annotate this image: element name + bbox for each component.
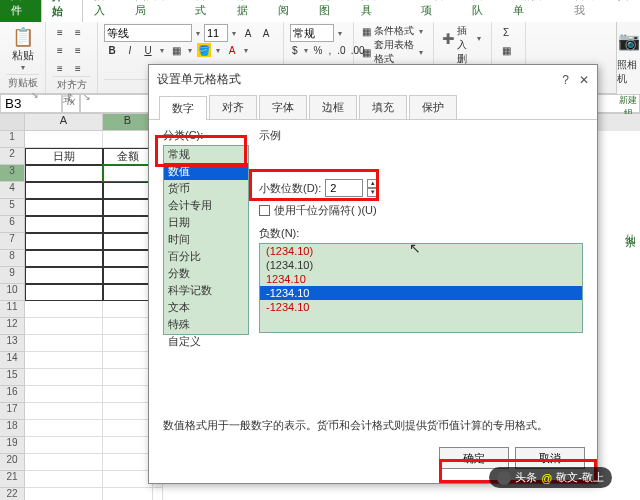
dialog-launcher-icon[interactable]: ↘: [31, 90, 39, 100]
neg-item[interactable]: -1234.10: [260, 286, 582, 300]
row-header[interactable]: 11: [0, 301, 24, 318]
valign-bot-icon[interactable]: ≡: [71, 61, 85, 75]
tab-home[interactable]: 开始: [41, 0, 82, 22]
dlg-tab-align[interactable]: 对齐: [209, 95, 257, 119]
row-header[interactable]: 1: [0, 131, 24, 148]
row-header[interactable]: 15: [0, 369, 24, 386]
cat-item-date[interactable]: 日期: [164, 214, 248, 231]
fill-color-icon[interactable]: 🪣: [197, 43, 211, 57]
cat-item-number[interactable]: 数值: [164, 163, 248, 180]
thousands-checkbox[interactable]: [259, 205, 270, 216]
cat-item-time[interactable]: 时间: [164, 231, 248, 248]
cat-item-accounting[interactable]: 会计专用: [164, 197, 248, 214]
number-format-input[interactable]: [290, 24, 334, 42]
fill-icon[interactable]: ▦: [499, 43, 513, 57]
row-header[interactable]: 3: [0, 165, 24, 182]
tab-tellme[interactable]: 告诉我: [563, 0, 607, 22]
chevron-down-icon[interactable]: ▾: [230, 29, 238, 38]
autosum-icon[interactable]: Σ: [499, 25, 513, 39]
tab-developer[interactable]: 开发工具: [350, 0, 411, 22]
chevron-down-icon[interactable]: ▾: [214, 46, 222, 55]
percent-icon[interactable]: %: [313, 43, 324, 57]
tab-addins[interactable]: 加载项: [410, 0, 461, 22]
row-header[interactable]: 12: [0, 318, 24, 335]
row-header[interactable]: 8: [0, 250, 24, 267]
row-header[interactable]: 13: [0, 335, 24, 352]
chevron-down-icon[interactable]: ▾: [194, 29, 202, 38]
align-center-icon[interactable]: ≡: [71, 25, 85, 39]
insert-cells-button[interactable]: ➕插入▾: [440, 24, 485, 52]
row-header[interactable]: 6: [0, 216, 24, 233]
close-icon[interactable]: ✕: [579, 73, 589, 87]
tab-data[interactable]: 数据: [226, 0, 267, 22]
category-list[interactable]: 常规 数值 货币 会计专用 日期 时间 百分比 分数 科学记数 文本 特殊 自定…: [163, 145, 249, 335]
font-size-input[interactable]: [204, 24, 228, 42]
select-all[interactable]: [0, 114, 24, 131]
row-header[interactable]: 20: [0, 454, 24, 471]
align-left-icon[interactable]: ≡: [53, 25, 67, 39]
spin-up-icon[interactable]: ▴: [367, 179, 379, 188]
neg-item[interactable]: -1234.10: [260, 300, 582, 314]
cat-item-custom[interactable]: 自定义: [164, 333, 248, 350]
chevron-down-icon[interactable]: ▾: [242, 46, 250, 55]
cat-item-currency[interactable]: 货币: [164, 180, 248, 197]
tab-layout[interactable]: 页面布局: [124, 0, 185, 22]
chevron-down-icon[interactable]: ▾: [302, 46, 310, 55]
row-header[interactable]: 2: [0, 148, 24, 165]
comma-icon[interactable]: ,: [327, 43, 332, 57]
font-color-icon[interactable]: A: [225, 43, 239, 57]
chevron-down-icon[interactable]: ▾: [186, 46, 194, 55]
dlg-tab-font[interactable]: 字体: [259, 95, 307, 119]
neg-item[interactable]: (1234.10): [260, 244, 582, 258]
row-header[interactable]: 4: [0, 182, 24, 199]
chevron-down-icon[interactable]: ▾: [158, 46, 166, 55]
tab-view[interactable]: 视图: [308, 0, 349, 22]
shrink-font-icon[interactable]: A: [259, 26, 273, 40]
row-header[interactable]: 16: [0, 386, 24, 403]
dialog-launcher-icon[interactable]: ↘: [83, 92, 91, 102]
underline-icon[interactable]: U: [141, 43, 155, 57]
cancel-button[interactable]: 取消: [515, 447, 585, 469]
dlg-tab-fill[interactable]: 填充: [359, 95, 407, 119]
border-icon[interactable]: ▦: [169, 43, 183, 57]
inc-dec-icon[interactable]: .0: [336, 43, 346, 57]
row-header[interactable]: 21: [0, 471, 24, 488]
bold-icon[interactable]: B: [105, 43, 119, 57]
align-right-icon[interactable]: ≡: [53, 43, 67, 57]
currency-icon[interactable]: $: [291, 43, 299, 57]
cat-item-percent[interactable]: 百分比: [164, 248, 248, 265]
cat-item-general[interactable]: 常规: [164, 146, 248, 163]
tab-insert[interactable]: 插入: [83, 0, 124, 22]
negative-list[interactable]: (1234.10) (1234.10) 1234.10 -1234.10 -12…: [259, 243, 583, 333]
decimal-input[interactable]: [325, 179, 363, 197]
cat-item-text[interactable]: 文本: [164, 299, 248, 316]
conditional-format-button[interactable]: ▦条件格式▾: [360, 24, 427, 38]
row-header[interactable]: 18: [0, 420, 24, 437]
spin-down-icon[interactable]: ▾: [367, 188, 379, 197]
paste-button[interactable]: 📋 粘贴 ▾: [6, 24, 39, 74]
row-header[interactable]: 10: [0, 284, 24, 301]
row-header[interactable]: 7: [0, 233, 24, 250]
tab-share[interactable]: 共: [607, 0, 640, 22]
dlg-tab-number[interactable]: 数字: [159, 96, 207, 120]
ok-button[interactable]: 确定: [439, 447, 509, 469]
row-header[interactable]: 22: [0, 488, 24, 500]
font-name-input[interactable]: [104, 24, 192, 42]
col-header[interactable]: A: [25, 114, 103, 131]
cat-item-fraction[interactable]: 分数: [164, 265, 248, 282]
valign-mid-icon[interactable]: ≡: [53, 61, 67, 75]
cat-item-special[interactable]: 特殊: [164, 316, 248, 333]
chevron-down-icon[interactable]: ▾: [336, 29, 344, 38]
dlg-tab-border[interactable]: 边框: [309, 95, 357, 119]
neg-item[interactable]: (1234.10): [260, 258, 582, 272]
help-icon[interactable]: ?: [562, 73, 569, 87]
tab-review[interactable]: 审阅: [267, 0, 308, 22]
dlg-tab-protect[interactable]: 保护: [409, 95, 457, 119]
row-header[interactable]: 14: [0, 352, 24, 369]
cat-item-scientific[interactable]: 科学记数: [164, 282, 248, 299]
row-header[interactable]: 19: [0, 437, 24, 454]
italic-icon[interactable]: I: [123, 43, 137, 57]
col-header[interactable]: B: [103, 114, 153, 131]
tab-file[interactable]: 文件: [0, 0, 41, 22]
tab-bdy[interactable]: 我的菜单: [502, 0, 563, 22]
